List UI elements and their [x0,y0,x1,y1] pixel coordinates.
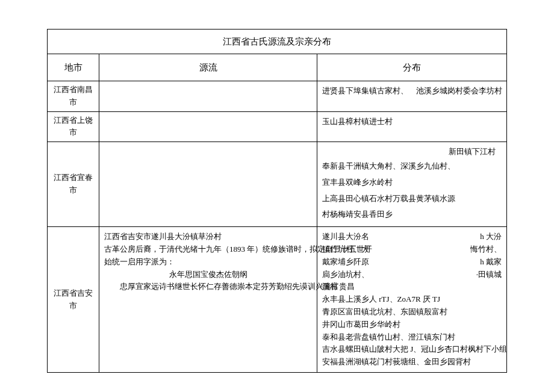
origin-cell [99,81,317,112]
origin-cell [99,111,317,142]
origin-line: 永年思国宝俊杰佐朝纲 [104,269,312,281]
col-header-region: 地市 [48,54,99,81]
table-row: 江西省吉安市 江西省吉安市遂川县大汾镇草汾村 古革公房后裔，于清代光绪十九年（1… [48,227,507,373]
origin-cell [99,142,317,227]
origin-line: 始统一启用字派为： [104,256,312,269]
dist-line: 镇竹坑村、大悔竹村、 [322,243,502,256]
dist-line: 遂川县大汾名h 大汾 [322,231,502,243]
dist-line: 安福县洲湖镇花门村莪塘组、金田乡园背村 [322,356,502,369]
table-title-row: 江西省古氏源流及宗亲分布 [48,30,507,54]
origin-line: 江西省吉安市遂川县大汾镇草汾村 [104,231,312,243]
distribution-cell: 进贤县下埠集镇古家村、 池溪乡城岗村委会李坊村 [317,81,507,112]
distribution-cell: 新田镇下江村 奉新县干洲镇大角村、深溪乡九仙村、 宜丰县双峰乡水岭村 上高县田心… [317,142,507,227]
dist-line: 进贤县下埠集镇古家村、 池溪乡城岗村委会李坊村 [322,85,502,98]
region-cell: 江西省吉安市 [48,227,99,373]
origin-line: 古革公房后裔，于清代光绪十九年（1893 年）统修族谱时，拟定自三十五世开 [104,243,312,256]
origin-cell: 江西省吉安市遂川县大汾镇草汾村 古革公房后裔，于清代光绪十九年（1893 年）统… [99,227,317,373]
dist-line: 井冈山市葛田乡华岭村 [322,319,502,331]
table-title: 江西省古氏源流及宗亲分布 [48,30,507,54]
dist-line: 宜丰县双峰乡水岭村 [322,175,502,191]
col-header-distribution: 分布 [317,54,507,81]
dist-line: 溪村 [322,281,502,293]
distribution-cell: 遂川县大汾名h 大汾 镇竹坑村、大悔竹村、 戴家埔乡阡原h 戴家 扃乡油坑村、·… [317,227,507,373]
distribution-cell: 玉山县樟村镇进士村 [317,111,507,142]
region-cell: 江西省上饶市 [48,111,99,142]
dist-line: 村杨梅靖安县香田乡 [322,207,502,223]
region-cell: 江西省宜春市 [48,142,99,227]
dist-line: 吉水县螺田镇山陂村大把 J、冠山乡杏口村枫村下小组 [322,343,502,356]
origin-line: 忠厚宜家远诗书继世长怀仁存善德崇本定芬芳勤绍先谟训兴隆富贵昌 [104,281,312,293]
dist-line: 新田镇下江村 [322,146,502,158]
dist-line: 泰和县老营盘镇竹山村、澄江镇东门村 [322,331,502,344]
table-header-row: 地市 源流 分布 [48,54,507,81]
dist-line: 上高县田心镇石水村万载县黄茅镇水源 [322,191,502,207]
dist-line: 青原区富田镇北坑村、东固镇殷富村 [322,306,502,319]
table-row: 江西省南昌市 进贤县下埠集镇古家村、 池溪乡城岗村委会李坊村 [48,81,507,112]
genealogy-table: 江西省古氏源流及宗亲分布 地市 源流 分布 江西省南昌市 进贤县下埠集镇古家村、… [47,29,507,373]
table-row: 江西省宜春市 新田镇下江村 奉新县干洲镇大角村、深溪乡九仙村、 宜丰县双峰乡水岭… [48,142,507,227]
dist-line: 扃乡油坑村、·田镇城 [322,269,502,281]
dist-line: 戴家埔乡阡原h 戴家 [322,256,502,269]
region-cell: 江西省南昌市 [48,81,99,112]
table-row: 江西省上饶市 玉山县樟村镇进士村 [48,111,507,142]
col-header-origin: 源流 [99,54,317,81]
dist-line: 奉新县干洲镇大角村、深溪乡九仙村、 [322,158,502,175]
dist-line: 永丰县上溪乡人 rTJ、ZoA7R 厌 TJ [322,293,502,306]
dist-line: 玉山县樟村镇进士村 [322,116,502,128]
